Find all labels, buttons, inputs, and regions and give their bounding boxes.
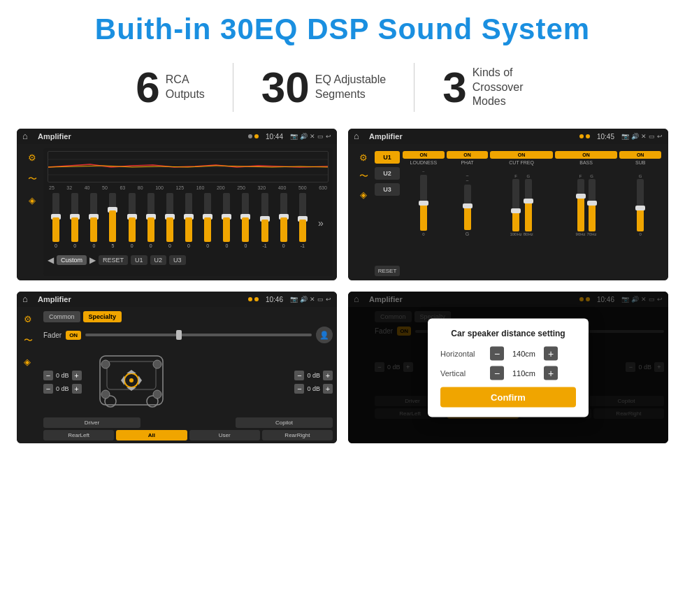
- all-btn[interactable]: All: [116, 430, 187, 440]
- spk-content: ⚙ 〜 ◈ Common Specialty Fader ON 👤: [17, 307, 337, 443]
- eq-slider-3[interactable]: 5: [109, 193, 116, 252]
- eq-screen-title: Amplifier: [38, 132, 244, 141]
- ch-on-loudness[interactable]: ON: [403, 151, 445, 159]
- eq-slider-2[interactable]: 0: [90, 193, 97, 252]
- xover-status-dots: [579, 134, 590, 138]
- eq-slider-1[interactable]: 0: [71, 193, 78, 252]
- user-btn[interactable]: User: [189, 430, 260, 440]
- preset-custom-btn[interactable]: Custom: [57, 255, 87, 265]
- freq-160: 160: [196, 185, 205, 190]
- xover-reset-btn[interactable]: RESET: [375, 266, 400, 276]
- freq-200: 200: [217, 185, 225, 190]
- copilot-btn[interactable]: Copilot: [236, 417, 333, 428]
- u1-preset-btn[interactable]: U1: [375, 151, 400, 164]
- ch-on-bass[interactable]: ON: [555, 151, 618, 159]
- rearright-btn[interactable]: RearRight: [262, 430, 333, 440]
- fader-bar[interactable]: [85, 334, 312, 336]
- vol-fr-plus[interactable]: +: [323, 371, 333, 380]
- eq-slider-4[interactable]: 0: [129, 193, 136, 252]
- tab-specialty[interactable]: Specialty: [83, 311, 122, 322]
- eq-slider-10[interactable]: 0: [242, 193, 249, 252]
- xover-content: ⚙ 〜 ◈ U1 U2 U3 RESET ON LOUDNESS: [348, 144, 668, 280]
- home-icon-spk[interactable]: ⌂: [22, 294, 34, 305]
- eq-slider-6[interactable]: 0: [166, 193, 173, 252]
- next-btn[interactable]: ▶: [89, 255, 96, 265]
- vol-fl-plus[interactable]: +: [72, 371, 82, 380]
- u1-btn[interactable]: U1: [131, 255, 147, 265]
- spk-eq-icon[interactable]: ⚙: [24, 314, 41, 324]
- rearleft-btn[interactable]: RearLeft: [43, 430, 114, 440]
- u2-btn[interactable]: U2: [150, 255, 167, 265]
- vol-fl-minus[interactable]: −: [43, 371, 53, 380]
- back-icon[interactable]: ↩: [326, 133, 331, 140]
- eq-slider-8[interactable]: 0: [204, 193, 211, 252]
- home-icon-xover[interactable]: ⌂: [354, 131, 365, 142]
- freq-80: 80: [138, 185, 143, 190]
- vol-rl-minus[interactable]: −: [43, 384, 53, 394]
- svg-point-13: [101, 360, 110, 368]
- vertical-minus-btn[interactable]: −: [490, 366, 504, 380]
- wave-icon[interactable]: 〜: [28, 173, 37, 185]
- eq-slider-12[interactable]: 0: [280, 193, 287, 252]
- driver-btn[interactable]: Driver: [43, 417, 140, 428]
- expand-icon[interactable]: »: [318, 217, 324, 229]
- svg-marker-11: [127, 370, 136, 373]
- prev-btn[interactable]: ◀: [48, 255, 54, 265]
- eq-slider-7[interactable]: 0: [185, 193, 192, 252]
- vol-rr-plus[interactable]: +: [323, 384, 333, 394]
- ch-on-phat[interactable]: ON: [447, 151, 489, 159]
- fader-on-btn[interactable]: ON: [66, 331, 81, 340]
- eq-slider-13[interactable]: -1: [299, 193, 306, 252]
- vol-rl-plus[interactable]: +: [72, 384, 82, 394]
- xover-eq-icon[interactable]: ⚙: [359, 152, 368, 163]
- xover-wave-icon[interactable]: 〜: [359, 170, 368, 182]
- avatar-btn[interactable]: 👤: [316, 327, 333, 343]
- vol-fr-value: 0 dB: [307, 372, 320, 379]
- stat-number-eq: 30: [261, 66, 310, 109]
- equalizer-icon[interactable]: ⚙: [28, 152, 36, 163]
- car-diagram: [86, 349, 291, 415]
- speaker-icon[interactable]: ◈: [29, 195, 36, 206]
- u3-preset-btn[interactable]: U3: [375, 183, 400, 196]
- eq-slider-5[interactable]: 0: [147, 193, 154, 252]
- eq-slider-9[interactable]: 0: [223, 193, 230, 252]
- ch-on-cutfreq[interactable]: ON: [490, 151, 553, 159]
- stat-label-eq: EQ AdjustableSegments: [315, 73, 386, 102]
- vertical-plus-btn[interactable]: +: [544, 366, 558, 380]
- tab-common[interactable]: Common: [43, 311, 80, 322]
- freq-250: 250: [237, 185, 245, 190]
- spk-left-icons: ⚙ 〜 ◈: [21, 311, 43, 439]
- freq-125: 125: [175, 185, 184, 190]
- vol-icon: 🔊: [631, 133, 639, 140]
- spk-screen-title: Amplifier: [38, 295, 244, 303]
- page-header: Buith-in 30EQ DSP Sound System: [0, 0, 685, 53]
- eq-status-icons: 📷 🔊 ✕ ▭ ↩: [290, 133, 331, 140]
- xover-spk-icon[interactable]: ◈: [360, 189, 367, 200]
- left-volumes: − 0 dB + − 0 dB +: [43, 371, 82, 394]
- reset-btn[interactable]: RESET: [99, 255, 128, 265]
- screen-distance: ⌂ Amplifier 10:46 📷 🔊 ✕ ▭ ↩ Common Speci…: [348, 292, 668, 443]
- fader-label: Fader: [43, 331, 62, 339]
- horizontal-minus-btn[interactable]: −: [490, 346, 504, 360]
- spk-wave-icon[interactable]: 〜: [24, 334, 41, 347]
- x-icon: ✕: [641, 133, 647, 140]
- eq-slider-11[interactable]: -1: [261, 193, 268, 252]
- ch-label-loudness: LOUDNESS: [410, 160, 438, 165]
- spk-back-icon[interactable]: ↩: [326, 296, 331, 303]
- home-icon[interactable]: ⌂: [22, 131, 34, 142]
- vol-fr-minus[interactable]: −: [294, 371, 304, 380]
- back-icon-xover[interactable]: ↩: [657, 133, 663, 140]
- vol-rr-minus[interactable]: −: [294, 384, 304, 394]
- u2-preset-btn[interactable]: U2: [375, 167, 400, 180]
- confirm-button[interactable]: Confirm: [440, 387, 576, 407]
- spk-spk-icon[interactable]: ◈: [24, 357, 41, 367]
- horizontal-plus-btn[interactable]: +: [544, 346, 558, 360]
- ch-on-sub[interactable]: ON: [619, 151, 661, 159]
- eq-slider-0[interactable]: 0: [52, 193, 59, 252]
- u3-btn[interactable]: U3: [169, 255, 186, 265]
- spk-cam-icon: 📷: [290, 296, 298, 303]
- stat-rca: 6 RCAOutputs: [108, 66, 233, 109]
- svg-marker-10: [138, 375, 142, 385]
- fader-thumb[interactable]: [176, 330, 182, 340]
- xover-status-icons: 📷 🔊 ✕ ▭ ↩: [621, 133, 663, 140]
